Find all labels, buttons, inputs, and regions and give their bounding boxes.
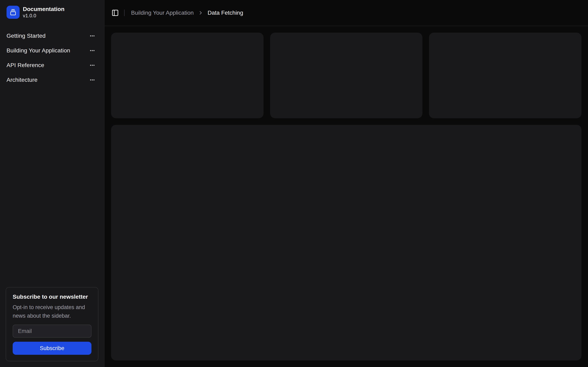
sidebar-nav: Getting Started Building Your Applicatio… <box>3 29 101 88</box>
app-title: Documentation <box>23 6 65 13</box>
header-separator <box>124 9 125 16</box>
app-version: v1.0.0 <box>23 13 65 19</box>
ellipsis-icon <box>89 62 95 68</box>
sidebar-item-building-your-application[interactable]: Building Your Application <box>3 44 101 57</box>
placeholder-panel <box>111 125 581 360</box>
app-window: Documentation v1.0.0 Getting Started Bui… <box>0 0 588 367</box>
item-actions-button[interactable] <box>88 61 96 69</box>
ellipsis-icon <box>89 48 95 53</box>
sidebar-header[interactable]: Documentation v1.0.0 <box>3 3 101 21</box>
placeholder-card <box>270 33 423 118</box>
panel-left-icon <box>112 9 119 17</box>
main-header: Building Your Application Data Fetching <box>104 0 588 26</box>
placeholder-card-row <box>111 33 581 118</box>
breadcrumb: Building Your Application Data Fetching <box>131 9 243 16</box>
sidebar-item-label: Architecture <box>7 77 38 83</box>
app-logo[interactable] <box>7 6 20 19</box>
item-actions-button[interactable] <box>88 47 96 55</box>
email-field[interactable] <box>13 325 91 338</box>
newsletter-description: Opt-in to receive updates and news about… <box>13 303 91 320</box>
item-actions-button[interactable] <box>88 32 96 40</box>
app-identity: Documentation v1.0.0 <box>23 6 65 19</box>
sidebar-spacer <box>3 88 101 287</box>
sidebar-item-label: Getting Started <box>7 33 45 39</box>
chevron-right-icon <box>198 10 204 16</box>
sidebar-toggle-button[interactable] <box>109 7 121 18</box>
sidebar-item-getting-started[interactable]: Getting Started <box>3 29 101 42</box>
placeholder-card <box>111 33 264 118</box>
ellipsis-icon <box>89 77 95 83</box>
page-content <box>104 26 588 367</box>
breadcrumb-section-link[interactable]: Building Your Application <box>131 9 194 16</box>
gallery-vertical-end-icon <box>10 9 16 16</box>
sidebar-item-architecture[interactable]: Architecture <box>3 73 101 86</box>
subscribe-button[interactable]: Subscribe <box>13 342 91 355</box>
newsletter-card: Subscribe to our newsletter Opt-in to re… <box>6 287 98 361</box>
item-actions-button[interactable] <box>88 76 96 84</box>
sidebar-item-api-reference[interactable]: API Reference <box>3 59 101 72</box>
ellipsis-icon <box>89 33 95 39</box>
placeholder-card <box>429 33 581 118</box>
main-area: Building Your Application Data Fetching <box>104 0 588 367</box>
breadcrumb-current-page: Data Fetching <box>208 9 243 16</box>
sidebar: Documentation v1.0.0 Getting Started Bui… <box>0 0 104 367</box>
newsletter-title: Subscribe to our newsletter <box>13 294 91 300</box>
sidebar-item-label: Building Your Application <box>7 47 70 54</box>
sidebar-item-label: API Reference <box>7 62 44 68</box>
